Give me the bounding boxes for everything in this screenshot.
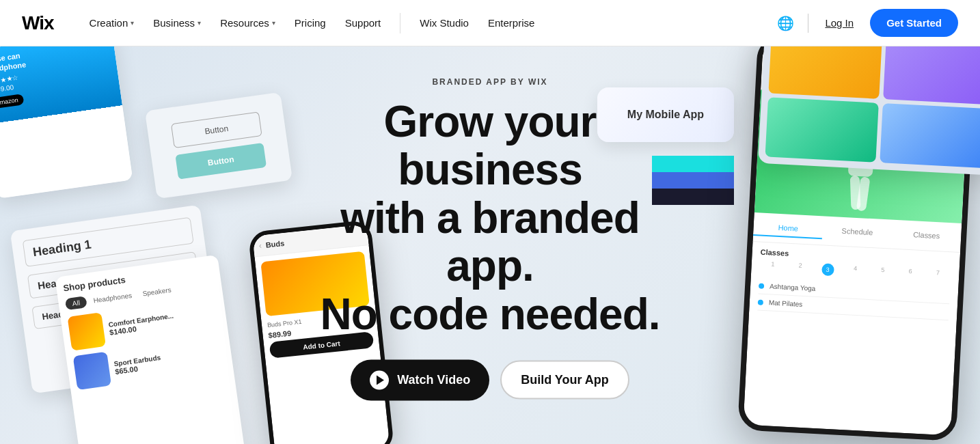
tablet-photo-2	[883, 46, 980, 105]
heading-2-mockup: Heading 2	[27, 251, 198, 299]
shop-tabs: All Headphones Speakers	[65, 278, 215, 310]
nav-item-business[interactable]: Business ▾	[145, 12, 209, 34]
ecommerce-mockup: Noise canheadphone ★★★★☆ $149.00 amazon	[0, 46, 133, 199]
phone-tab-home: Home	[753, 218, 824, 239]
app-logo-icon	[773, 48, 796, 72]
play-triangle-icon	[377, 375, 384, 385]
watch-video-button[interactable]: Watch Video	[351, 359, 489, 400]
shop-product-2: Sport Earbuds $65.00	[73, 335, 227, 390]
button-ui-mockup: Button Button	[145, 92, 292, 199]
product-2-price: $65.00	[114, 361, 162, 375]
hero-headline: Grow your business with a branded app. N…	[292, 98, 688, 338]
svg-rect-1	[848, 135, 875, 177]
hero-section: Noise canheadphone ★★★★☆ $149.00 amazon …	[0, 46, 980, 444]
svg-rect-4	[850, 176, 861, 210]
logo-text: Wix	[22, 12, 54, 34]
fitness-figure-icon	[817, 96, 906, 217]
tablet-photo-1	[768, 46, 882, 99]
shop-title: Shop products	[63, 262, 213, 293]
phone-tab-classes: Classes	[891, 225, 962, 247]
quest-fit-phone-screen: Quest Fit Home Schedule	[743, 46, 970, 436]
phone-hero-image	[754, 89, 968, 223]
product-2-name: Sport Earbuds	[113, 353, 161, 367]
nav-divider-vertical	[808, 14, 808, 33]
product-1-name: Comfort Earphone...	[108, 311, 174, 328]
button-mockup-outline: Button	[171, 111, 262, 148]
hero-cta-group: Watch Video Build Your App	[292, 359, 688, 400]
get-started-button[interactable]: Get Started	[870, 9, 958, 37]
login-button[interactable]: Log In	[819, 12, 859, 34]
chevron-down-icon: ▾	[131, 19, 134, 27]
hero-content: BRANDED APP BY WIX Grow your business wi…	[292, 77, 688, 401]
nav-item-enterprise[interactable]: Enterprise	[480, 12, 543, 34]
svg-rect-2	[841, 135, 856, 167]
nav-item-resources[interactable]: Resources ▾	[212, 12, 284, 34]
product-1-price: $140.00	[109, 319, 175, 336]
chevron-down-icon: ▾	[272, 19, 275, 27]
shop-product-1: Comfort Earphone... $140.00	[68, 296, 221, 351]
hero-eyebrow: BRANDED APP BY WIX	[292, 77, 688, 87]
svg-rect-3	[862, 133, 884, 167]
phone-app-header: Quest Fit	[761, 46, 970, 100]
nav-item-wix-studio[interactable]: Wix Studio	[411, 12, 477, 34]
build-your-app-button[interactable]: Build Your App	[500, 361, 629, 400]
navbar: Wix Creation ▾ Business ▾ Resources ▾ Pr…	[0, 0, 980, 46]
nav-links: Creation ▾ Business ▾ Resources ▾ Pricin…	[81, 12, 775, 34]
language-selector-button[interactable]: 🌐	[774, 12, 797, 34]
phone-schedule-content: Classes 1 2 3 4 5 6 7 Ashtanga Yoga	[749, 242, 960, 327]
button-mockup-teal: Button	[175, 143, 267, 180]
tablet-photo-4	[880, 103, 980, 168]
phone-nav-tabs: Home Schedule Classes	[752, 212, 962, 253]
shop-tab-speakers: Speakers	[138, 283, 176, 300]
nav-actions: 🌐 Log In Get Started	[774, 9, 958, 37]
schedule-item-2: Mat Pilates	[757, 294, 949, 321]
chevron-down-icon: ▾	[198, 19, 201, 27]
headings-mockup: Heading 1 Heading 2 Heading 3	[10, 205, 223, 394]
nav-item-pricing[interactable]: Pricing	[286, 12, 334, 34]
phone-tab-schedule: Schedule	[822, 221, 893, 242]
app-name: Quest Fit	[772, 73, 958, 94]
nav-item-support[interactable]: Support	[337, 12, 390, 34]
schedule-item-1: Ashtanga Yoga	[758, 278, 950, 305]
wix-logo[interactable]: Wix	[22, 12, 54, 34]
play-icon	[370, 370, 389, 389]
shop-tab-all: All	[65, 296, 87, 310]
svg-rect-5	[856, 176, 871, 211]
heading-3-mockup: Heading 3	[31, 283, 202, 329]
tablet-mockup	[758, 46, 980, 176]
quest-fit-phone-mockup: Quest Fit Home Schedule	[737, 46, 977, 441]
shop-tab-headphones: Headphones	[89, 289, 137, 307]
tablet-photo-3	[765, 97, 879, 162]
shop-mockup: Shop products All Headphones Speakers Co…	[55, 255, 245, 444]
nav-item-creation[interactable]: Creation ▾	[81, 12, 143, 34]
svg-point-0	[850, 105, 876, 133]
nav-divider	[400, 13, 400, 33]
heading-1-mockup: Heading 1	[23, 217, 194, 267]
